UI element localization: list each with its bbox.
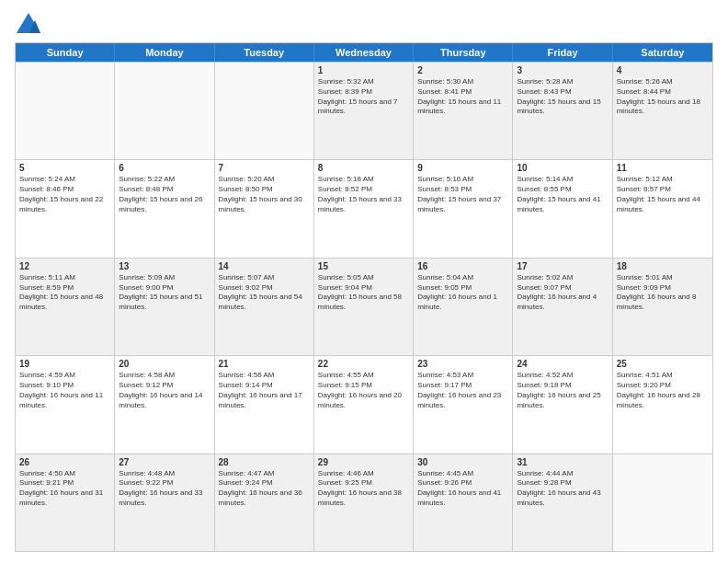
logo-icon [15, 11, 42, 37]
calendar-cell: 3Sunrise: 5:28 AMSunset: 8:43 PMDaylight… [513, 63, 612, 159]
calendar-cell [16, 63, 115, 159]
day-number: 29 [318, 457, 409, 467]
cell-info: Sunrise: 4:46 AMSunset: 9:25 PMDaylight:… [318, 469, 409, 509]
calendar-cell: 22Sunrise: 4:55 AMSunset: 9:15 PMDayligh… [314, 356, 414, 453]
calendar-cell: 28Sunrise: 4:47 AMSunset: 9:24 PMDayligh… [215, 454, 314, 551]
day-number: 11 [617, 163, 709, 173]
header [15, 11, 713, 37]
cell-info: Sunrise: 5:07 AMSunset: 9:02 PMDaylight:… [219, 273, 310, 313]
day-number: 26 [19, 457, 110, 467]
calendar-cell: 20Sunrise: 4:58 AMSunset: 9:12 PMDayligh… [115, 356, 214, 453]
day-number: 9 [417, 163, 508, 173]
header-cell-saturday: Saturday [613, 43, 712, 62]
cell-info: Sunrise: 5:01 AMSunset: 9:09 PMDaylight:… [617, 273, 709, 313]
calendar-cell: 18Sunrise: 5:01 AMSunset: 9:09 PMDayligh… [613, 259, 712, 355]
calendar-cell: 21Sunrise: 4:56 AMSunset: 9:14 PMDayligh… [215, 356, 314, 453]
cell-info: Sunrise: 5:05 AMSunset: 9:04 PMDaylight:… [318, 273, 409, 313]
calendar-cell: 10Sunrise: 5:14 AMSunset: 8:55 PMDayligh… [513, 160, 612, 257]
day-number: 16 [417, 261, 508, 271]
calendar-cell: 14Sunrise: 5:07 AMSunset: 9:02 PMDayligh… [215, 259, 314, 355]
logo [15, 11, 46, 37]
day-number: 8 [318, 163, 409, 173]
cell-info: Sunrise: 5:24 AMSunset: 8:46 PMDaylight:… [19, 175, 110, 214]
day-number: 15 [318, 261, 409, 271]
cell-info: Sunrise: 5:16 AMSunset: 8:53 PMDaylight:… [417, 175, 508, 214]
calendar-cell: 2Sunrise: 5:30 AMSunset: 8:41 PMDaylight… [414, 63, 513, 159]
cell-info: Sunrise: 5:28 AMSunset: 8:43 PMDaylight:… [517, 77, 608, 117]
calendar-cell: 24Sunrise: 4:52 AMSunset: 9:18 PMDayligh… [513, 356, 612, 453]
day-number: 24 [517, 359, 608, 369]
cell-info: Sunrise: 5:12 AMSunset: 8:57 PMDaylight:… [617, 175, 709, 214]
calendar-cell: 31Sunrise: 4:44 AMSunset: 9:28 PMDayligh… [513, 454, 612, 551]
day-number: 17 [517, 261, 608, 271]
cell-info: Sunrise: 5:30 AMSunset: 8:41 PMDaylight:… [417, 77, 508, 117]
day-number: 4 [617, 65, 709, 75]
cell-info: Sunrise: 4:53 AMSunset: 9:17 PMDaylight:… [417, 371, 508, 410]
cell-info: Sunrise: 4:55 AMSunset: 9:15 PMDaylight:… [318, 371, 409, 410]
calendar-cell: 29Sunrise: 4:46 AMSunset: 9:25 PMDayligh… [314, 454, 414, 551]
calendar-cell: 13Sunrise: 5:09 AMSunset: 9:00 PMDayligh… [115, 259, 214, 355]
day-number: 2 [417, 65, 508, 75]
cell-info: Sunrise: 5:02 AMSunset: 9:07 PMDaylight:… [517, 273, 608, 313]
calendar-body: 1Sunrise: 5:32 AMSunset: 8:39 PMDaylight… [16, 62, 712, 551]
header-cell-sunday: Sunday [16, 43, 115, 62]
calendar: SundayMondayTuesdayWednesdayThursdayFrid… [15, 42, 713, 552]
calendar-cell: 9Sunrise: 5:16 AMSunset: 8:53 PMDaylight… [414, 160, 513, 257]
calendar-cell: 30Sunrise: 4:45 AMSunset: 9:26 PMDayligh… [414, 454, 513, 551]
cell-info: Sunrise: 5:09 AMSunset: 9:00 PMDaylight:… [119, 273, 210, 313]
calendar-cell: 7Sunrise: 5:20 AMSunset: 8:50 PMDaylight… [215, 160, 314, 257]
day-number: 7 [219, 163, 310, 173]
calendar-row-0: 1Sunrise: 5:32 AMSunset: 8:39 PMDaylight… [16, 62, 712, 159]
cell-info: Sunrise: 4:58 AMSunset: 9:12 PMDaylight:… [119, 371, 210, 410]
header-cell-thursday: Thursday [414, 43, 513, 62]
page: SundayMondayTuesdayWednesdayThursdayFrid… [0, 0, 728, 563]
calendar-cell: 4Sunrise: 5:26 AMSunset: 8:44 PMDaylight… [613, 63, 712, 159]
day-number: 20 [119, 359, 210, 369]
cell-info: Sunrise: 5:18 AMSunset: 8:52 PMDaylight:… [318, 175, 409, 214]
calendar-cell: 17Sunrise: 5:02 AMSunset: 9:07 PMDayligh… [513, 259, 612, 355]
day-number: 13 [119, 261, 210, 271]
cell-info: Sunrise: 4:59 AMSunset: 9:10 PMDaylight:… [19, 371, 110, 410]
calendar-cell: 12Sunrise: 5:11 AMSunset: 8:59 PMDayligh… [16, 259, 115, 355]
day-number: 22 [318, 359, 409, 369]
day-number: 21 [219, 359, 310, 369]
day-number: 6 [119, 163, 210, 173]
day-number: 14 [219, 261, 310, 271]
cell-info: Sunrise: 4:45 AMSunset: 9:26 PMDaylight:… [417, 469, 508, 509]
cell-info: Sunrise: 4:48 AMSunset: 9:22 PMDaylight:… [119, 469, 210, 509]
cell-info: Sunrise: 4:44 AMSunset: 9:28 PMDaylight:… [517, 469, 608, 509]
cell-info: Sunrise: 5:04 AMSunset: 9:05 PMDaylight:… [417, 273, 508, 313]
header-cell-wednesday: Wednesday [314, 43, 414, 62]
cell-info: Sunrise: 4:56 AMSunset: 9:14 PMDaylight:… [219, 371, 310, 410]
calendar-row-3: 19Sunrise: 4:59 AMSunset: 9:10 PMDayligh… [16, 355, 712, 453]
day-number: 10 [517, 163, 608, 173]
cell-info: Sunrise: 5:14 AMSunset: 8:55 PMDaylight:… [517, 175, 608, 214]
cell-info: Sunrise: 5:11 AMSunset: 8:59 PMDaylight:… [19, 273, 110, 313]
calendar-cell: 15Sunrise: 5:05 AMSunset: 9:04 PMDayligh… [314, 259, 414, 355]
day-number: 27 [119, 457, 210, 467]
cell-info: Sunrise: 4:52 AMSunset: 9:18 PMDaylight:… [517, 371, 608, 410]
cell-info: Sunrise: 5:20 AMSunset: 8:50 PMDaylight:… [219, 175, 310, 214]
day-number: 25 [617, 359, 709, 369]
header-cell-friday: Friday [513, 43, 612, 62]
cell-info: Sunrise: 5:22 AMSunset: 8:48 PMDaylight:… [119, 175, 210, 214]
day-number: 3 [517, 65, 608, 75]
day-number: 28 [219, 457, 310, 467]
header-cell-tuesday: Tuesday [215, 43, 314, 62]
calendar-cell: 8Sunrise: 5:18 AMSunset: 8:52 PMDaylight… [314, 160, 414, 257]
calendar-cell: 6Sunrise: 5:22 AMSunset: 8:48 PMDaylight… [115, 160, 214, 257]
calendar-cell: 5Sunrise: 5:24 AMSunset: 8:46 PMDaylight… [16, 160, 115, 257]
day-number: 1 [318, 65, 409, 75]
calendar-cell: 1Sunrise: 5:32 AMSunset: 8:39 PMDaylight… [314, 63, 414, 159]
day-number: 18 [617, 261, 709, 271]
cell-info: Sunrise: 4:47 AMSunset: 9:24 PMDaylight:… [219, 469, 310, 509]
header-cell-monday: Monday [115, 43, 214, 62]
cell-info: Sunrise: 5:26 AMSunset: 8:44 PMDaylight:… [617, 77, 709, 117]
calendar-cell [613, 454, 712, 551]
day-number: 30 [417, 457, 508, 467]
calendar-cell: 26Sunrise: 4:50 AMSunset: 9:21 PMDayligh… [16, 454, 115, 551]
day-number: 5 [19, 163, 110, 173]
calendar-cell [215, 63, 314, 159]
calendar-row-2: 12Sunrise: 5:11 AMSunset: 8:59 PMDayligh… [16, 258, 712, 355]
calendar-header-row: SundayMondayTuesdayWednesdayThursdayFrid… [16, 43, 712, 62]
